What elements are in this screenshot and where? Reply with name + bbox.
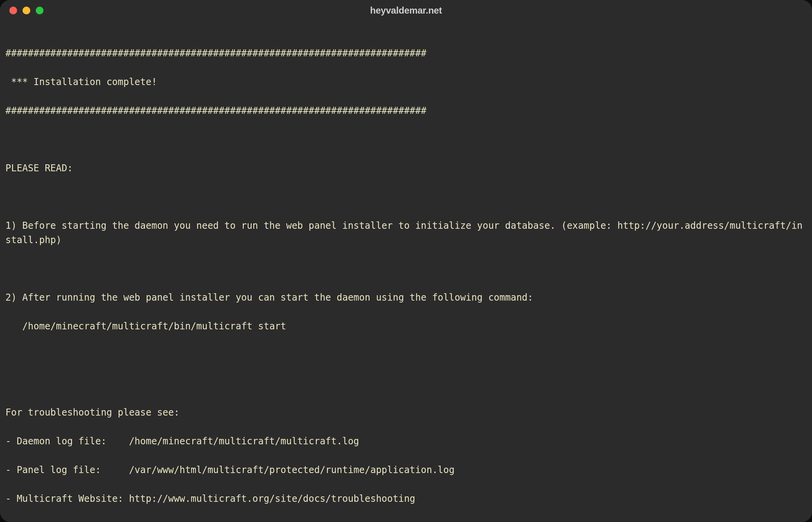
- output-line: ########################################…: [5, 46, 807, 61]
- minimize-icon[interactable]: [23, 7, 30, 14]
- output-line: PLEASE READ:: [5, 161, 807, 176]
- window-title: heyvaldemar.net: [0, 5, 812, 16]
- titlebar: heyvaldemar.net: [0, 0, 812, 21]
- traffic-lights: [9, 7, 44, 14]
- close-icon[interactable]: [9, 7, 17, 14]
- output-line: For troubleshooting please see:: [5, 405, 807, 420]
- output-line: ########################################…: [5, 104, 807, 118]
- output-line: - Panel log file: /var/www/html/multicra…: [5, 463, 807, 477]
- maximize-icon[interactable]: [36, 7, 44, 14]
- output-line: *** Installation complete!: [5, 75, 807, 89]
- terminal-body[interactable]: ########################################…: [0, 21, 812, 522]
- output-line: 1) Before starting the daemon you need t…: [5, 219, 807, 247]
- output-line: /home/minecraft/multicraft/bin/multicraf…: [5, 319, 807, 334]
- terminal-window: heyvaldemar.net ########################…: [0, 0, 812, 522]
- output-line: 2) After running the web panel installer…: [5, 291, 807, 305]
- output-line: - Daemon log file: /home/minecraft/multi…: [5, 434, 807, 449]
- output-line: - Multicraft Website: http://www.multicr…: [5, 492, 807, 506]
